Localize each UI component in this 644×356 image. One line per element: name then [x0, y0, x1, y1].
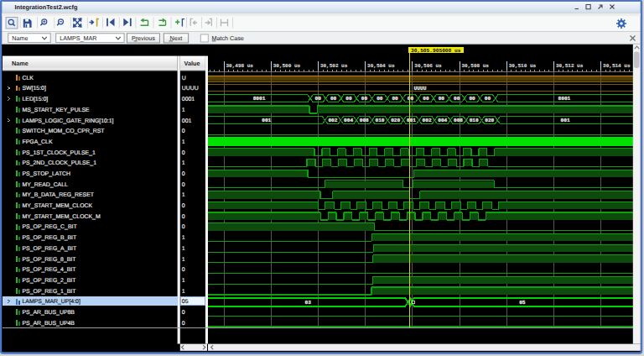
svg-text:0: 0 — [182, 267, 185, 273]
svg-text:MY_B_DATA_REG_RESET: MY_B_DATA_REG_RESET — [23, 192, 95, 198]
svg-text:1: 1 — [182, 289, 185, 295]
svg-text:LAMPS_MAR_UP[4:0]: LAMPS_MAR_UP[4:0] — [23, 299, 80, 305]
svg-text:020: 020 — [485, 118, 494, 123]
svg-text:CLK: CLK — [23, 76, 34, 81]
svg-text:8001: 8001 — [253, 96, 266, 102]
svg-text:PS_OP_REG_8_BIT: PS_OP_REG_8_BIT — [23, 257, 77, 263]
svg-text:0: 0 — [182, 203, 185, 209]
svg-text:30,505.905000 us: 30,505.905000 us — [411, 48, 461, 54]
svg-text:UUUU: UUUU — [182, 86, 199, 92]
svg-text:0: 0 — [182, 150, 185, 156]
svg-text:00: 00 — [345, 96, 352, 102]
svg-text:0: 0 — [182, 171, 185, 177]
svg-text:00: 00 — [485, 96, 491, 102]
svg-text:PS_OP_REG_A_BIT: PS_OP_REG_A_BIT — [23, 246, 78, 252]
svg-text:0: 0 — [182, 128, 185, 134]
svg-text:30,500 us: 30,500 us — [273, 63, 301, 69]
svg-text:SWITCH_MOM_CO_CPR_RST: SWITCH_MOM_CO_CPR_RST — [23, 128, 106, 134]
svg-text:001: 001 — [182, 118, 192, 124]
svg-text:MY_READ_CALL: MY_READ_CALL — [23, 182, 69, 188]
svg-text:PS_AR_BUS_UP8B: PS_AR_BUS_UP8B — [23, 310, 75, 316]
svg-text:MY_START_MEM_CLOCK_M: MY_START_MEM_CLOCK_M — [23, 214, 101, 220]
svg-text:30,510 us: 30,510 us — [509, 63, 537, 69]
svg-text:0: 0 — [182, 321, 185, 327]
svg-text:00: 00 — [315, 96, 322, 102]
svg-text:PS_OP_REG_2_BIT: PS_OP_REG_2_BIT — [23, 278, 77, 284]
svg-text:PS_OP_REG_4_BIT: PS_OP_REG_4_BIT — [23, 267, 77, 273]
svg-text:PS_OP_REG_1_BIT: PS_OP_REG_1_BIT — [23, 289, 77, 295]
svg-text:U: U — [182, 76, 186, 81]
svg-text:30,512 us: 30,512 us — [556, 63, 584, 69]
svg-text:00: 00 — [423, 96, 429, 102]
svg-text:PS_OP_REG_C_BIT: PS_OP_REG_C_BIT — [23, 224, 78, 230]
svg-text:00: 00 — [439, 96, 445, 102]
svg-text:PS_STOP_LATCH: PS_STOP_LATCH — [23, 171, 71, 177]
svg-text:00: 00 — [377, 96, 383, 102]
svg-text:002: 002 — [328, 118, 337, 123]
svg-text:0: 0 — [182, 182, 185, 188]
svg-text:30,502 us: 30,502 us — [320, 63, 348, 69]
svg-text:03: 03 — [305, 300, 312, 306]
svg-text:00: 00 — [392, 96, 398, 102]
svg-text:UUUU: UUUU — [414, 86, 427, 92]
svg-text:1: 1 — [182, 257, 185, 263]
svg-text:LED[15:0]: LED[15:0] — [23, 97, 49, 102]
svg-text:002: 002 — [423, 118, 432, 123]
svg-text:8001: 8001 — [558, 96, 571, 102]
svg-text:0: 0 — [182, 224, 185, 230]
svg-text:MS_START_KEY_PULSE: MS_START_KEY_PULSE — [23, 107, 91, 113]
svg-text:001: 001 — [262, 118, 271, 123]
svg-text:001: 001 — [407, 118, 416, 123]
svg-text:1: 1 — [182, 139, 185, 145]
svg-text:30,508 us: 30,508 us — [462, 63, 490, 69]
svg-text:SW[15:0]: SW[15:0] — [23, 86, 46, 92]
svg-text:FPGA_CLK: FPGA_CLK — [23, 139, 53, 145]
svg-text:00: 00 — [469, 96, 475, 102]
svg-text:010: 010 — [376, 118, 385, 123]
svg-text:PS_AR_BUS_UP4B: PS_AR_BUS_UP4B — [23, 321, 75, 327]
svg-text:30,504 us: 30,504 us — [367, 63, 395, 69]
svg-text:Next: Next — [170, 34, 183, 42]
svg-text:PS_1ST_CLOCK_PULSE_1: PS_1ST_CLOCK_PULSE_1 — [23, 150, 96, 156]
svg-text:30,506 us: 30,506 us — [414, 63, 442, 69]
svg-text:00: 00 — [361, 96, 368, 102]
svg-text:IntegrationTest2.wcfg: IntegrationTest2.wcfg — [15, 3, 78, 11]
svg-text:00: 00 — [408, 96, 414, 102]
svg-text:0: 0 — [182, 310, 185, 316]
svg-text:001: 001 — [561, 118, 570, 123]
svg-text:1: 1 — [182, 235, 185, 241]
svg-text:MY_START_MEM_CLOCK: MY_START_MEM_CLOCK — [23, 203, 93, 209]
svg-text:1: 1 — [182, 192, 185, 198]
svg-text:05: 05 — [519, 300, 526, 306]
svg-text:Name: Name — [12, 60, 29, 67]
svg-text:008: 008 — [360, 118, 369, 123]
svg-text:LAMPS_MAR: LAMPS_MAR — [60, 34, 96, 42]
svg-text:00: 00 — [330, 96, 337, 102]
svg-text:Previous: Previous — [132, 34, 155, 42]
svg-text:30,498 us: 30,498 us — [226, 63, 254, 69]
svg-text:PS_OP_REG_B_BIT: PS_OP_REG_B_BIT — [23, 235, 78, 241]
svg-text:010: 010 — [470, 118, 479, 123]
svg-text:0001: 0001 — [182, 97, 195, 102]
svg-text:1: 1 — [182, 160, 185, 166]
svg-text:004: 004 — [344, 118, 353, 123]
svg-text:004: 004 — [438, 118, 447, 123]
svg-text:1: 1 — [182, 246, 185, 252]
svg-text:Name: Name — [12, 34, 28, 42]
svg-text:Value: Value — [184, 60, 200, 67]
svg-text:PS_2ND_CLOCK_PULSE_1: PS_2ND_CLOCK_PULSE_1 — [23, 160, 97, 166]
svg-text:008: 008 — [454, 118, 463, 123]
svg-text:1: 1 — [182, 107, 185, 113]
svg-text:0: 0 — [182, 214, 185, 220]
svg-text:1: 1 — [182, 278, 185, 284]
svg-text:LAMPS_LOGIC_GATE_RING[10:1]: LAMPS_LOGIC_GATE_RING[10:1] — [23, 118, 114, 124]
svg-text:020: 020 — [391, 118, 400, 123]
svg-text:Match Case: Match Case — [212, 34, 244, 42]
svg-text:30,514 us: 30,514 us — [603, 63, 631, 69]
svg-text:00: 00 — [454, 96, 460, 102]
svg-text:05: 05 — [182, 299, 189, 305]
